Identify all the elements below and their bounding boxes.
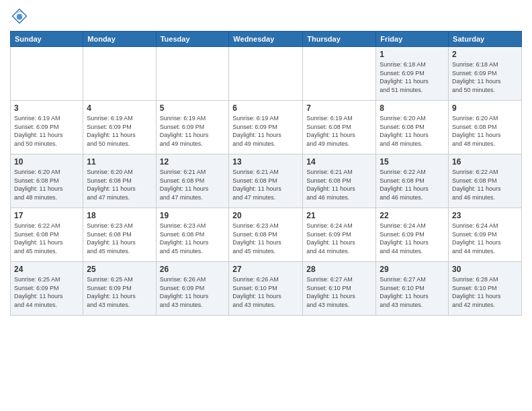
- calendar-cell: 26Sunrise: 6:26 AM Sunset: 6:09 PM Dayli…: [156, 262, 229, 316]
- day-info: Sunrise: 6:27 AM Sunset: 6:10 PM Dayligh…: [380, 275, 445, 309]
- calendar-cell: [11, 47, 83, 101]
- calendar-cell: 23Sunrise: 6:24 AM Sunset: 6:09 PM Dayli…: [449, 208, 522, 262]
- calendar-cell: [229, 47, 303, 101]
- day-number: 24: [14, 265, 79, 274]
- calendar-cell: 9Sunrise: 6:20 AM Sunset: 6:08 PM Daylig…: [449, 101, 522, 154]
- calendar-week-2: 3Sunrise: 6:19 AM Sunset: 6:09 PM Daylig…: [11, 101, 522, 154]
- day-info: Sunrise: 6:19 AM Sunset: 6:09 PM Dayligh…: [14, 114, 79, 148]
- day-number: 1: [380, 50, 445, 59]
- day-number: 16: [452, 157, 518, 167]
- day-number: 5: [160, 103, 226, 113]
- day-info: Sunrise: 6:19 AM Sunset: 6:08 PM Dayligh…: [306, 114, 372, 148]
- day-number: 19: [160, 211, 226, 220]
- svg-point-0: [17, 14, 22, 19]
- calendar-cell: 2Sunrise: 6:18 AM Sunset: 6:09 PM Daylig…: [449, 47, 522, 101]
- day-number: 12: [160, 157, 226, 167]
- day-number: 2: [452, 50, 518, 59]
- calendar-cell: 30Sunrise: 6:28 AM Sunset: 6:10 PM Dayli…: [449, 262, 522, 316]
- day-number: 18: [87, 211, 152, 220]
- day-info: Sunrise: 6:25 AM Sunset: 6:09 PM Dayligh…: [87, 275, 152, 309]
- calendar-cell: 3Sunrise: 6:19 AM Sunset: 6:09 PM Daylig…: [11, 101, 83, 154]
- day-number: 11: [87, 157, 152, 167]
- day-info: Sunrise: 6:19 AM Sunset: 6:09 PM Dayligh…: [160, 114, 226, 148]
- day-info: Sunrise: 6:22 AM Sunset: 6:08 PM Dayligh…: [14, 222, 79, 255]
- day-number: 10: [14, 157, 79, 167]
- day-info: Sunrise: 6:20 AM Sunset: 6:08 PM Dayligh…: [380, 114, 445, 148]
- page: SundayMondayTuesdayWednesdayThursdayFrid…: [0, 0, 532, 411]
- day-number: 4: [87, 103, 152, 113]
- calendar-cell: [303, 47, 376, 101]
- header: [10, 7, 522, 26]
- day-info: Sunrise: 6:21 AM Sunset: 6:08 PM Dayligh…: [306, 168, 372, 201]
- day-info: Sunrise: 6:24 AM Sunset: 6:09 PM Dayligh…: [380, 222, 445, 255]
- day-info: Sunrise: 6:19 AM Sunset: 6:09 PM Dayligh…: [87, 114, 152, 148]
- calendar-cell: 17Sunrise: 6:22 AM Sunset: 6:08 PM Dayli…: [11, 208, 83, 262]
- day-info: Sunrise: 6:28 AM Sunset: 6:10 PM Dayligh…: [452, 275, 518, 309]
- logo: [10, 7, 32, 26]
- calendar-cell: 10Sunrise: 6:20 AM Sunset: 6:08 PM Dayli…: [11, 154, 83, 208]
- day-number: 21: [306, 211, 372, 220]
- logo-icon: [10, 7, 29, 26]
- day-info: Sunrise: 6:23 AM Sunset: 6:08 PM Dayligh…: [160, 222, 226, 255]
- day-number: 14: [306, 157, 372, 167]
- weekday-header-tuesday: Tuesday: [156, 32, 229, 47]
- day-number: 23: [452, 211, 518, 220]
- day-info: Sunrise: 6:21 AM Sunset: 6:08 PM Dayligh…: [232, 168, 299, 201]
- day-info: Sunrise: 6:20 AM Sunset: 6:08 PM Dayligh…: [87, 168, 152, 201]
- calendar: SundayMondayTuesdayWednesdayThursdayFrid…: [10, 31, 522, 316]
- day-info: Sunrise: 6:23 AM Sunset: 6:08 PM Dayligh…: [232, 222, 299, 255]
- day-info: Sunrise: 6:18 AM Sunset: 6:09 PM Dayligh…: [452, 60, 518, 94]
- day-number: 9: [452, 103, 518, 113]
- calendar-cell: 4Sunrise: 6:19 AM Sunset: 6:09 PM Daylig…: [83, 101, 156, 154]
- day-info: Sunrise: 6:27 AM Sunset: 6:10 PM Dayligh…: [306, 275, 372, 309]
- calendar-cell: 27Sunrise: 6:26 AM Sunset: 6:10 PM Dayli…: [229, 262, 303, 316]
- calendar-week-1: 1Sunrise: 6:18 AM Sunset: 6:09 PM Daylig…: [11, 47, 522, 101]
- day-info: Sunrise: 6:24 AM Sunset: 6:09 PM Dayligh…: [452, 222, 518, 255]
- calendar-cell: 19Sunrise: 6:23 AM Sunset: 6:08 PM Dayli…: [156, 208, 229, 262]
- weekday-header-saturday: Saturday: [449, 32, 522, 47]
- day-number: 25: [87, 265, 152, 274]
- day-info: Sunrise: 6:22 AM Sunset: 6:08 PM Dayligh…: [452, 168, 518, 201]
- day-number: 8: [380, 103, 445, 113]
- day-info: Sunrise: 6:20 AM Sunset: 6:08 PM Dayligh…: [14, 168, 79, 201]
- calendar-cell: 16Sunrise: 6:22 AM Sunset: 6:08 PM Dayli…: [449, 154, 522, 208]
- calendar-cell: 7Sunrise: 6:19 AM Sunset: 6:08 PM Daylig…: [303, 101, 376, 154]
- calendar-cell: [156, 47, 229, 101]
- calendar-week-4: 17Sunrise: 6:22 AM Sunset: 6:08 PM Dayli…: [11, 208, 522, 262]
- day-info: Sunrise: 6:20 AM Sunset: 6:08 PM Dayligh…: [452, 114, 518, 148]
- day-info: Sunrise: 6:26 AM Sunset: 6:09 PM Dayligh…: [160, 275, 226, 309]
- calendar-cell: 24Sunrise: 6:25 AM Sunset: 6:09 PM Dayli…: [11, 262, 83, 316]
- day-number: 30: [452, 265, 518, 274]
- day-info: Sunrise: 6:25 AM Sunset: 6:09 PM Dayligh…: [14, 275, 79, 309]
- day-info: Sunrise: 6:23 AM Sunset: 6:08 PM Dayligh…: [87, 222, 152, 255]
- calendar-cell: 28Sunrise: 6:27 AM Sunset: 6:10 PM Dayli…: [303, 262, 376, 316]
- day-number: 27: [232, 265, 299, 274]
- calendar-cell: 18Sunrise: 6:23 AM Sunset: 6:08 PM Dayli…: [83, 208, 156, 262]
- calendar-cell: 12Sunrise: 6:21 AM Sunset: 6:08 PM Dayli…: [156, 154, 229, 208]
- calendar-cell: 22Sunrise: 6:24 AM Sunset: 6:09 PM Dayli…: [376, 208, 449, 262]
- calendar-cell: 29Sunrise: 6:27 AM Sunset: 6:10 PM Dayli…: [376, 262, 449, 316]
- day-info: Sunrise: 6:19 AM Sunset: 6:09 PM Dayligh…: [232, 114, 299, 148]
- day-info: Sunrise: 6:22 AM Sunset: 6:08 PM Dayligh…: [380, 168, 445, 201]
- day-info: Sunrise: 6:18 AM Sunset: 6:09 PM Dayligh…: [380, 60, 445, 94]
- calendar-cell: 15Sunrise: 6:22 AM Sunset: 6:08 PM Dayli…: [376, 154, 449, 208]
- calendar-cell: 1Sunrise: 6:18 AM Sunset: 6:09 PM Daylig…: [376, 47, 449, 101]
- calendar-cell: 6Sunrise: 6:19 AM Sunset: 6:09 PM Daylig…: [229, 101, 303, 154]
- day-number: 15: [380, 157, 445, 167]
- weekday-header-row: SundayMondayTuesdayWednesdayThursdayFrid…: [11, 32, 522, 47]
- calendar-cell: 21Sunrise: 6:24 AM Sunset: 6:09 PM Dayli…: [303, 208, 376, 262]
- day-number: 3: [14, 103, 79, 113]
- calendar-cell: 8Sunrise: 6:20 AM Sunset: 6:08 PM Daylig…: [376, 101, 449, 154]
- day-number: 17: [14, 211, 79, 220]
- calendar-cell: 25Sunrise: 6:25 AM Sunset: 6:09 PM Dayli…: [83, 262, 156, 316]
- calendar-week-3: 10Sunrise: 6:20 AM Sunset: 6:08 PM Dayli…: [11, 154, 522, 208]
- calendar-week-5: 24Sunrise: 6:25 AM Sunset: 6:09 PM Dayli…: [11, 262, 522, 316]
- day-number: 26: [160, 265, 226, 274]
- day-info: Sunrise: 6:21 AM Sunset: 6:08 PM Dayligh…: [160, 168, 226, 201]
- calendar-cell: 11Sunrise: 6:20 AM Sunset: 6:08 PM Dayli…: [83, 154, 156, 208]
- weekday-header-sunday: Sunday: [11, 32, 83, 47]
- calendar-cell: 5Sunrise: 6:19 AM Sunset: 6:09 PM Daylig…: [156, 101, 229, 154]
- weekday-header-thursday: Thursday: [303, 32, 376, 47]
- day-info: Sunrise: 6:26 AM Sunset: 6:10 PM Dayligh…: [232, 275, 299, 309]
- day-number: 7: [306, 103, 372, 113]
